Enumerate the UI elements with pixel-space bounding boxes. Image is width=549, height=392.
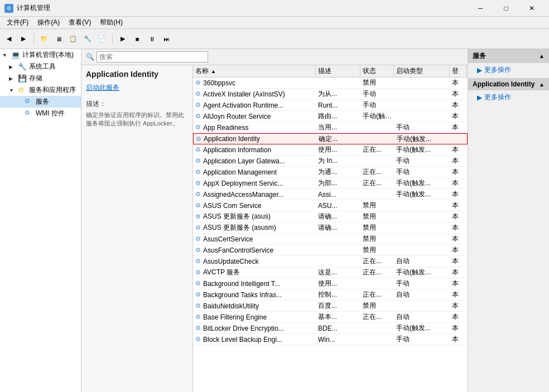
menu-file[interactable]: 文件(F) — [2, 17, 33, 28]
table-row[interactable]: ⚙ BitLocker Drive Encryptio... BDE... 手动… — [193, 323, 468, 334]
search-input[interactable] — [97, 51, 208, 62]
table-row[interactable]: ⚙ BaiduNetdiskUtility 百度... 禁用 本 — [193, 301, 468, 312]
tree-item-wmi[interactable]: ⚙ WMI 控件 — [0, 108, 81, 119]
toolbar-btn-restart[interactable]: ⏭ — [160, 32, 173, 46]
expand-icon-system: ▶ — [9, 64, 18, 70]
service-gear-icon: ⚙ — [195, 224, 201, 231]
cell-status — [360, 194, 394, 195]
actions-expand-appidentity[interactable]: ▲ — [539, 81, 545, 88]
app-icon: ⚙ — [4, 4, 13, 13]
actions-more-services[interactable]: ▶ 更多操作 — [468, 63, 549, 77]
cell-name: ⚙ BitLocker Drive Encryptio... — [193, 324, 316, 333]
system-tools-icon: 🔧 — [18, 62, 27, 71]
table-row[interactable]: ⚙ AsusCertService 禁用 本 — [193, 234, 468, 245]
toolbar-btn-5[interactable]: 📋 — [66, 32, 80, 46]
tree-item-root[interactable]: ▼ 💻 计算机管理(本地) — [0, 49, 81, 61]
table-row[interactable]: ⚙ ActiveX Installer (AxInstSV) 为从... 手动 … — [193, 89, 468, 100]
col-header-status[interactable]: 状态 — [360, 65, 394, 77]
table-row[interactable]: ⚙ App Readiness 当用... 手动 本 — [193, 122, 468, 133]
menu-view[interactable]: 查看(V) — [64, 17, 95, 28]
table-row[interactable]: ⚙ Application Information 使用... 正在... 手动… — [193, 144, 468, 156]
table-row[interactable]: ⚙ AppX Deployment Servic... 为部... 正在... … — [193, 178, 468, 189]
cell-startup: 自动 — [394, 312, 450, 322]
col-header-startup[interactable]: 启动类型 — [394, 65, 450, 77]
toolbar-btn-pause[interactable]: ⏸ — [145, 32, 158, 46]
cell-login: 本 — [450, 256, 466, 267]
cell-status — [361, 138, 394, 139]
cell-startup: 手动(触发... — [394, 144, 450, 155]
close-button[interactable]: ✕ — [519, 0, 545, 17]
service-panel-desc-label: 描述： — [86, 99, 188, 109]
tree-item-services-apps[interactable]: ▼ ⚙ 服务和应用程序 — [0, 84, 81, 96]
services-list: 名称 ▲ 描述 状态 启动类型 登 ⚙ 360bppsvc 禁用 本 — [193, 65, 468, 392]
expand-icon-services-apps: ▼ — [9, 88, 18, 93]
table-row[interactable]: ⚙ ASUS 更新服务 (asusm) 请确... 禁用 本 — [193, 222, 468, 234]
table-row[interactable]: ⚙ 360bppsvc 禁用 本 — [193, 78, 468, 89]
cell-name: ⚙ BaiduNetdiskUtility — [193, 302, 316, 311]
storage-icon: 💾 — [18, 74, 27, 83]
table-row[interactable]: ⚙ Application Layer Gatewa... 为 In... 手动… — [193, 156, 468, 167]
table-row[interactable]: ⚙ AVCTP 服务 这是... 正在... 手动(触发... 本 — [193, 267, 468, 278]
table-row[interactable]: ⚙ AssignedAccessManager... Assi... 手动(触发… — [193, 189, 468, 200]
table-row[interactable]: ⚙ Block Level Backup Engi... Win... 手动 本 — [193, 334, 468, 345]
toolbar-btn-3[interactable]: 📁 — [37, 32, 51, 46]
toolbar-btn-2[interactable]: ▶ — [17, 32, 30, 46]
cell-status: 禁用 — [360, 234, 394, 244]
cell-desc: Runt... — [316, 101, 360, 110]
table-row[interactable]: ⚙ Agent Activation Runtime... Runt... 手动… — [193, 100, 468, 111]
actions-expand-services[interactable]: ▲ — [539, 53, 545, 59]
cell-login: 本 — [450, 89, 466, 99]
table-row[interactable]: ⚙ Application Identity 确定... 手动(触发... — [193, 133, 468, 144]
minimize-button[interactable]: ─ — [468, 0, 493, 17]
maximize-button[interactable]: □ — [493, 0, 519, 17]
menu-action[interactable]: 操作(A) — [33, 17, 64, 28]
cell-status — [360, 328, 394, 329]
toolbar-btn-1[interactable]: ◀ — [2, 32, 16, 46]
table-row[interactable]: ⚙ Application Management 为通... 正在... 手动 … — [193, 167, 468, 178]
tree-item-system-tools[interactable]: ▶ 🔧 系统工具 — [0, 61, 81, 72]
actions-more-appidentity[interactable]: ▶ 更多操作 — [468, 90, 549, 104]
toolbar-sep-1 — [33, 33, 34, 45]
cell-status — [360, 339, 394, 340]
cell-startup — [394, 83, 450, 84]
toolbar-btn-4[interactable]: 🖥 — [52, 32, 65, 46]
toolbar-btn-6[interactable]: 🔧 — [81, 32, 94, 46]
cell-desc: ASU... — [316, 201, 360, 210]
cell-name: ⚙ AppX Deployment Servic... — [193, 179, 316, 188]
table-row[interactable]: ⚙ Background Intelligent T... 使用... 手动 本 — [193, 278, 468, 289]
service-gear-icon: ⚙ — [196, 135, 201, 143]
table-row[interactable]: ⚙ Background Tasks Infras... 控制... 正在...… — [193, 289, 468, 301]
table-row[interactable]: ⚙ AllJoyn Router Service 路由... 手动(触发... … — [193, 111, 468, 122]
start-service-link[interactable]: 启动此服务 — [86, 83, 188, 93]
menu-bar: 文件(F) 操作(A) 查看(V) 帮助(H) — [0, 17, 549, 29]
actions-header-services: 服务 ▲ — [468, 49, 549, 63]
toolbar-btn-play[interactable]: ▶ — [116, 32, 129, 46]
toolbar-btn-stop[interactable]: ■ — [131, 32, 144, 46]
cell-name: ⚙ ASUS Com Service — [193, 201, 316, 210]
tree-label-services-apps: 服务和应用程序 — [29, 85, 76, 95]
cell-startup: 手动 — [394, 122, 450, 133]
cell-name: ⚙ AssignedAccessManager... — [193, 190, 316, 199]
col-header-desc[interactable]: 描述 — [316, 65, 360, 77]
cell-desc: 使用... — [316, 278, 360, 289]
table-row[interactable]: ⚙ AsusFanControlService 禁用 本 — [193, 245, 468, 256]
toolbar-btn-7[interactable]: 📄 — [95, 32, 109, 46]
tree-item-services[interactable]: ⚙ 服务 — [0, 96, 81, 108]
table-row[interactable]: ⚙ Base Filtering Engine 基本... 正在... 自动 本 — [193, 312, 468, 323]
cell-startup: 手动(触发... — [394, 323, 450, 333]
table-row[interactable]: ⚙ ASUS 更新服务 (asus) 请确... 禁用 本 — [193, 211, 468, 222]
cell-name: ⚙ Base Filtering Engine — [193, 313, 316, 322]
col-header-login[interactable]: 登 — [450, 65, 466, 77]
tree-item-storage[interactable]: ▶ 💾 存储 — [0, 72, 81, 84]
cell-desc: 确定... — [316, 134, 361, 144]
table-row[interactable]: ⚙ AsusUpdateCheck 正在... 自动 本 — [193, 256, 468, 267]
cell-status: 正在... — [360, 312, 394, 322]
table-row[interactable]: ⚙ ASUS Com Service ASU... 禁用 本 — [193, 200, 468, 211]
col-header-name[interactable]: 名称 ▲ — [193, 65, 316, 77]
service-gear-icon: ⚙ — [195, 113, 201, 120]
menu-help[interactable]: 帮助(H) — [95, 17, 127, 28]
cell-login: 本 — [450, 211, 466, 222]
actions-appidentity-title: Application Identity — [473, 80, 534, 88]
service-panel-desc: 确定并验证应用程序的标识。禁用此服务将阻止强制执行 AppLocker。 — [86, 111, 188, 128]
tree-label-services: 服务 — [36, 97, 49, 107]
